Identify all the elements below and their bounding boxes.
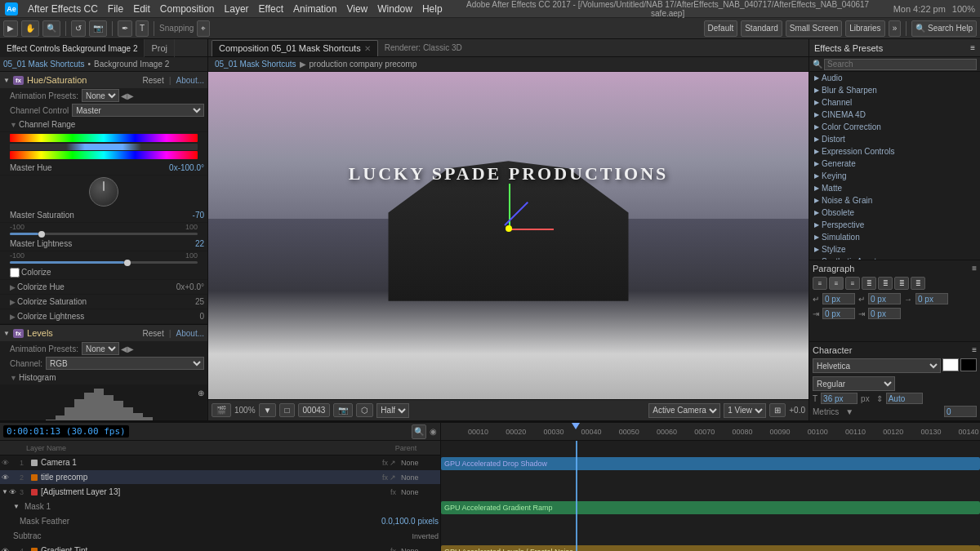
layer3-expand[interactable]: ▼ [2,488,8,496]
justify-right[interactable]: ≣ [894,277,909,290]
keyframe-area[interactable]: GPU Accelerated Drop Shadow GPU Accelera… [441,441,980,551]
space-before-input[interactable] [822,308,855,319]
category-keying[interactable]: ▶ Keying [809,170,980,182]
justify-left[interactable]: ≣ [862,277,876,290]
effects-panel-menu[interactable]: ≡ [970,43,975,52]
time-ruler[interactable]: 00010 00020 00030 00040 00050 00060 0007… [441,423,980,441]
viewer-camera-btn[interactable]: 📷 [333,403,353,417]
tab-composition-main[interactable]: Composition 05_01 Mask Shortcuts ✕ [212,40,378,56]
category-stylize[interactable]: ▶ Stylize [809,243,980,256]
effects-search-input[interactable] [824,59,977,70]
layer-row-1[interactable]: 👁 1 Camera 1 fx ↗ None [0,455,440,470]
preset-arrows[interactable]: ◀▶ [121,91,134,100]
text-tool[interactable]: T [136,20,149,37]
layer4-fx-icon[interactable]: fx [390,547,396,552]
kf-bar-layer2[interactable]: GPU Accelerated Drop Shadow [441,457,980,470]
indent-right-input[interactable] [868,293,901,304]
tracking-input[interactable] [944,406,977,417]
layer1-motion-icon[interactable]: ↗ [390,459,396,467]
histogram-expand[interactable]: ⊕ [198,389,204,398]
layer2-motion-icon[interactable]: ↗ [390,473,396,482]
layer1-parent[interactable]: None [398,459,439,467]
viewer-camera-select[interactable]: Active Camera [648,403,720,418]
anim-presets-select[interactable]: None [82,89,119,102]
colorize-sat-value[interactable]: 25 [163,297,204,306]
workspace-small-screen[interactable]: Small Screen [786,20,842,37]
kf-bar-layer4[interactable]: GPU Accelerated Gradient Ramp [441,501,980,514]
workspace-standard[interactable]: Standard [741,20,782,37]
workspace-more[interactable]: » [889,20,902,37]
font-family-select[interactable]: Helvetica [813,358,941,373]
channel-range-row[interactable]: ▼ Channel Range [0,118,207,132]
category-channel[interactable]: ▶ Channel [809,96,980,109]
justify-all[interactable]: ≣ [911,277,925,290]
layer-row-3-mask[interactable]: ▼ Mask 1 [0,500,440,514]
mask-expand[interactable]: ▼ [13,503,20,510]
workspace-default[interactable]: Default [704,20,738,37]
leading-input[interactable] [886,393,923,404]
colorize-hue-row[interactable]: ▶ Colorize Hue 0x+0.0° [0,280,207,295]
colorize-row[interactable]: Colorize [0,265,207,280]
feather-value[interactable]: 0.0,100.0 pixels [381,517,439,526]
align-left[interactable]: ≡ [813,277,827,290]
layer1-vis[interactable]: 👁 [2,459,9,467]
breadcrumb-comp[interactable]: 05_01 Mask Shortcuts [3,60,85,69]
font-style-select[interactable]: Regular [813,376,895,391]
master-light-row[interactable]: Master Lightness 22 [0,237,207,251]
justify-center[interactable]: ≣ [878,277,893,290]
snapping-toggle[interactable]: ⌖ [197,20,210,37]
category-color-correction[interactable]: ▶ Color Correction [809,121,980,133]
viewer-grid-btn[interactable]: ⊞ [769,403,786,417]
colorize-light-row[interactable]: ▶ Colorize Lightness 0 [0,309,207,324]
category-expression-controls[interactable]: ▶ Expression Controls [809,145,980,158]
levels-about[interactable]: About... [176,329,204,338]
levels-header[interactable]: ▼ fx Levels Reset | About... [0,325,207,341]
layer3-fx-icon[interactable]: fx [390,488,396,496]
viewer-zoom-select[interactable]: ▼ [259,403,277,417]
levels-anim-select[interactable]: None [82,342,119,355]
levels-channel-select[interactable]: RGB [46,357,204,370]
master-hue-value[interactable]: 0x-100.0° [163,163,204,172]
category-perspective[interactable]: ▶ Perspective [809,219,980,231]
font-size-input[interactable] [821,393,858,404]
camera-tool[interactable]: 📷 [89,20,107,37]
align-right[interactable]: ≡ [845,277,860,290]
space-after-input[interactable] [868,308,901,319]
layer-row-3-subtrac[interactable]: Subtrac Inverted [0,529,440,544]
layer1-fx-icon[interactable]: fx [382,459,388,467]
menu-view[interactable]: View [346,3,368,15]
colorize-checkbox[interactable] [10,268,20,278]
hue-dial[interactable] [89,177,118,207]
layer-row-3[interactable]: ▼ 👁 3 [Adjustment Layer 13] fx None [0,485,440,500]
hue-sat-reset[interactable]: Reset [143,76,164,85]
category-generate[interactable]: ▶ Generate [809,158,980,170]
category-cinema4d[interactable]: ▶ CINEMA 4D [809,109,980,121]
viewer-playback[interactable]: □ [279,403,294,417]
layer-row-2[interactable]: 👁 2 title precomp fx ↗ None [0,470,440,485]
menu-effect[interactable]: Effect [259,3,283,15]
viewer-render-btn[interactable]: ⬡ [356,403,373,417]
levels-preset-arrows[interactable]: ◀▶ [121,344,134,353]
kf-bar-layer7[interactable]: GPU Accelerated Levels / Fractal Noise [441,545,980,551]
layer-solo-btn[interactable]: ◉ [430,427,437,436]
layer2-parent[interactable]: None [398,473,439,482]
menu-layer[interactable]: Layer [225,3,249,15]
comp-tab-close[interactable]: ✕ [364,44,371,53]
tab-project[interactable]: Proj [145,39,175,57]
master-light-value[interactable]: 22 [163,239,204,248]
align-center[interactable]: ≡ [829,277,844,290]
search-layers-btn[interactable]: 🔍 [412,424,426,439]
indent-top-input[interactable] [915,293,948,304]
category-matte[interactable]: ▶ Matte [809,182,980,194]
zoom-value[interactable]: 100% [234,406,256,415]
master-sat-value[interactable]: -70 [163,211,204,220]
viewer-view-select[interactable]: 1 View [724,403,766,418]
indent-left-input[interactable] [822,293,855,304]
menu-edit[interactable]: Edit [133,3,150,15]
tab-effect-controls[interactable]: Effect Controls Background Image 2 [0,39,145,57]
master-sat-slider[interactable]: -100 100 [0,223,207,235]
master-sat-row[interactable]: Master Saturation -70 [0,208,207,223]
stroke-color-swatch[interactable] [960,358,977,371]
master-light-slider[interactable]: -100 100 [0,251,207,264]
layer3-vis[interactable]: 👁 [9,488,16,496]
